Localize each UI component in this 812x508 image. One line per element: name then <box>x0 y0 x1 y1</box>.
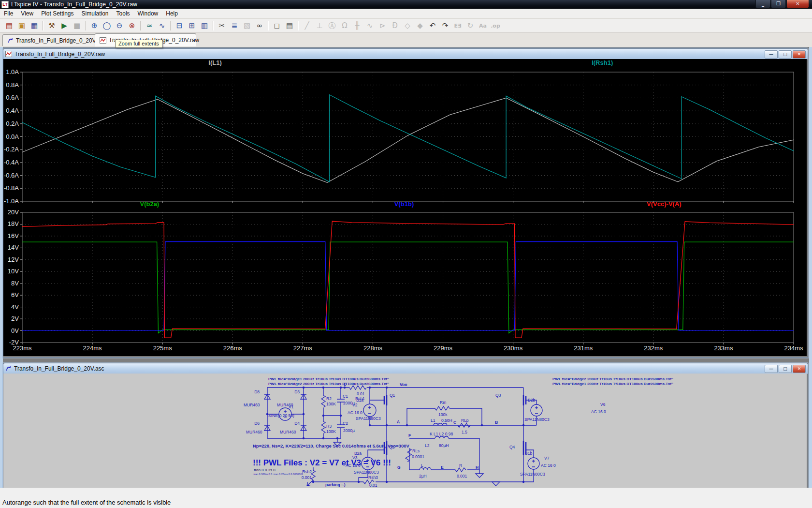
zoom-back-icon[interactable]: ◯ <box>101 20 113 31</box>
schematic-icon <box>7 37 14 44</box>
paste-icon: ▧ <box>241 20 253 31</box>
plot-area[interactable]: 1.0A0.8A0.6A0.4A0.2A0.0A-0.2A-0.4A-0.6A-… <box>3 59 807 356</box>
y-axis-label: 0.0A <box>6 133 19 140</box>
move-icon: ◇ <box>402 20 413 31</box>
cascade-windows-icon[interactable]: ▥ <box>199 20 210 31</box>
new-schematic-icon[interactable]: ▤ <box>3 20 15 31</box>
ref-designator: V2 <box>352 403 358 407</box>
menu-simulation[interactable]: Simulation <box>78 9 113 18</box>
trace-label[interactable]: I(Rsh1) <box>592 59 613 66</box>
trace-I(Rsh1)[interactable] <box>22 95 794 182</box>
trace-label[interactable]: I(L1) <box>208 59 221 66</box>
undo-icon[interactable]: ↶ <box>427 20 438 31</box>
net-label: G <box>397 465 401 470</box>
close-button[interactable]: ✕ <box>786 0 809 8</box>
plot-settings-icon[interactable]: ∿ <box>156 20 168 31</box>
comment-text: Np=220, Ns=2, K=220/2=110, Charge Sec 0.… <box>253 443 409 448</box>
redo-icon[interactable]: ↷ <box>439 20 451 31</box>
y-axis-label: -0.6A <box>4 172 19 179</box>
component-value: 100K <box>326 402 336 406</box>
menu-plot-settings[interactable]: Plot Settings <box>37 9 77 18</box>
copy-icon[interactable]: ≣ <box>229 20 240 31</box>
trace-V(b1b)[interactable] <box>22 242 794 330</box>
ref-designator: D8 <box>254 389 260 394</box>
text-icon: Aa <box>477 20 489 31</box>
schematic-window: Transfo_In_Full_Bridge_0_20V.asc — □ ✕ P… <box>3 363 808 489</box>
spice-directive: K L1 L2 0.98 <box>430 432 453 436</box>
waveform-plot[interactable]: 1.0A0.8A0.6A0.4A0.2A0.0A-0.2A-0.4A-0.6A-… <box>3 59 807 356</box>
menu-bar: FileViewPlot SettingsSimulationToolsWind… <box>0 9 812 19</box>
minimize-button[interactable]: _ <box>755 0 770 8</box>
app-titlebar: LT LTspice IV - Transfo_In_Full_Bridge_0… <box>0 0 812 9</box>
x-axis-label: 229ms <box>434 344 453 352</box>
maximize-button[interactable]: □ <box>779 50 792 59</box>
menu-tools[interactable]: Tools <box>113 9 134 18</box>
tile-vertically-icon[interactable]: ⊞ <box>186 20 198 31</box>
spice-directive-icon: .op <box>490 20 501 31</box>
y-axis-label: 10V <box>8 268 19 275</box>
status-bar: Autorange such that the full extent of t… <box>0 488 812 508</box>
close-button[interactable]: ✕ <box>793 50 806 59</box>
zoom-out-icon[interactable]: ⊖ <box>114 20 125 31</box>
y-axis-label: 0.6A <box>6 94 19 101</box>
waveform-window-titlebar[interactable]: Transfo_In_Full_Bridge_0_20V.raw — □ ✕ <box>3 49 808 60</box>
resistor-icon: Ω <box>339 20 350 31</box>
zoom-to-rectangle-icon[interactable]: ⊕ <box>88 20 100 31</box>
ref-designator: D3 <box>294 389 300 394</box>
schematic-window-titlebar[interactable]: Transfo_In_Full_Bridge_0_20V.asc — □ ✕ <box>3 363 808 374</box>
x-axis-label: 225ms <box>153 344 173 352</box>
schematic-canvas[interactable]: PWL file="Bridge1 200Hz Tr10us Tf10us DT… <box>3 374 807 488</box>
open-icon[interactable]: ▣ <box>16 20 28 31</box>
tile-horizontally-icon[interactable]: ⊟ <box>174 20 185 31</box>
zoom-full-extents-icon[interactable]: ⊗ <box>126 20 138 31</box>
save-icon[interactable]: ▦ <box>29 20 40 31</box>
y-axis-label: -0.4A <box>4 159 19 166</box>
menu-help[interactable]: Help <box>162 9 182 18</box>
schematic-window-title: Transfo_In_Full_Bridge_0_20V.asc <box>14 365 104 372</box>
menu-view[interactable]: View <box>17 9 37 18</box>
print-icon[interactable]: ▤ <box>284 20 295 31</box>
menu-window[interactable]: Window <box>134 9 162 18</box>
ref-designator: Q1 <box>390 393 395 398</box>
schematic-drawing: PWL file="Bridge1 200Hz Tr10us Tf10us DT… <box>3 374 807 488</box>
ref-designator: D4 <box>294 421 300 426</box>
ref-designator: RLs <box>412 448 420 453</box>
x-axis-label: 226ms <box>223 344 243 352</box>
y-axis-label: -0.8A <box>4 184 19 192</box>
maximize-button[interactable]: □ <box>779 365 792 373</box>
find-icon[interactable]: ∞ <box>254 20 265 31</box>
trace-label[interactable]: V(b2a) <box>140 200 159 208</box>
comment-text: parking :-) <box>325 482 346 487</box>
y-axis-label: 1.0A <box>6 68 19 75</box>
component-value: 100k <box>438 412 448 417</box>
component-value: 0.01 <box>369 483 377 488</box>
print-preview-icon[interactable]: ◻ <box>271 20 283 31</box>
component-value: MUR460 <box>244 403 260 407</box>
ltspice-logo-icon: LT <box>1 1 9 8</box>
y-axis-label: 18V <box>8 220 19 227</box>
trace-label[interactable]: V(Vcc)-V(A) <box>647 200 682 208</box>
ref-designator: C2 <box>343 421 348 426</box>
minimize-button[interactable]: — <box>765 50 778 59</box>
ref-designator: B1a <box>356 398 363 403</box>
component-value: AC 16 0 <box>591 409 606 414</box>
component-value: SPA11N80C3 <box>354 470 379 475</box>
tab-schematic[interactable]: Transfo_In_Full_Bridge_0_20V.asc <box>2 34 103 46</box>
ref-designator: V6 <box>600 402 606 407</box>
menu-file[interactable]: File <box>0 9 17 18</box>
component-value: SPA11N80C3 <box>524 417 550 422</box>
cut-icon[interactable]: ✂ <box>216 20 228 31</box>
comment-text: !!! PWL Files : V2 = V7 et V3 = V6 !!! <box>253 458 391 467</box>
trace-label[interactable]: V(b1b) <box>394 200 414 208</box>
minimize-button[interactable]: — <box>765 365 778 373</box>
waveform-window-title: Transfo_In_Full_Bridge_0_20V.raw <box>14 51 105 58</box>
control-panel-icon[interactable]: ⚒ <box>46 20 58 31</box>
inductor-icon: ∿ <box>364 20 376 31</box>
autorange-y-axis-icon[interactable]: ≈ <box>144 20 155 31</box>
close-button[interactable]: ✕ <box>793 365 806 373</box>
diode-icon: ⊳ <box>377 20 388 31</box>
maximize-button[interactable]: ❐ <box>771 0 786 8</box>
run-icon[interactable]: ▶ <box>58 20 70 31</box>
x-axis-label: 233ms <box>714 344 733 352</box>
ref-designator: R2 <box>326 396 332 401</box>
